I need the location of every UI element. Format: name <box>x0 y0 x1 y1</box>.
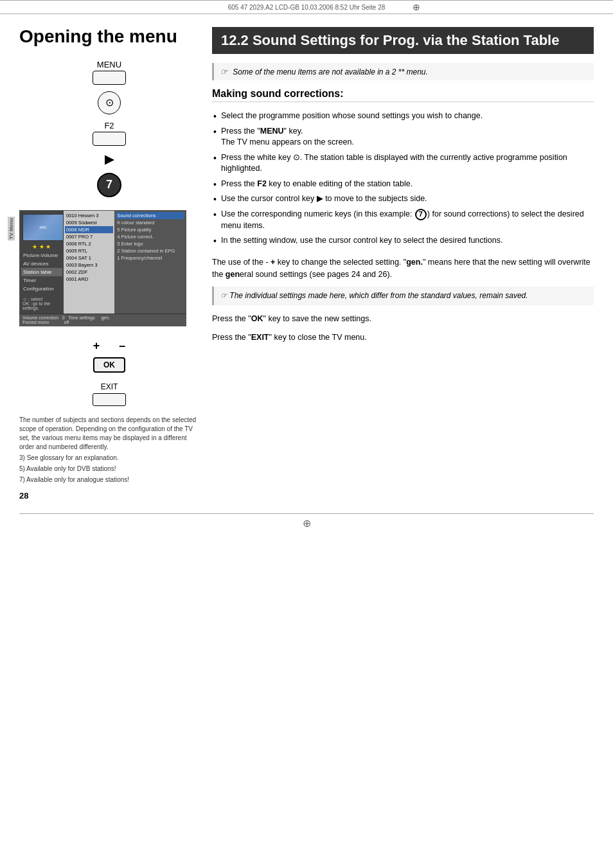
channel-0003[interactable]: 0003 Bayern 3 <box>65 261 113 269</box>
subject-sound[interactable]: Sound corrections <box>116 212 184 219</box>
cross-bottom: ⊕ <box>303 517 311 529</box>
bullet-1: Select the programme position whose soun… <box>212 109 594 124</box>
bullet-1-text: Select the programme position whose soun… <box>221 111 483 120</box>
channel-0002[interactable]: 0002 ZDF <box>65 269 113 276</box>
tv-thumbnail: IMG <box>22 214 64 241</box>
note-box-1: ☞ Some of the menu items are not availab… <box>212 63 594 80</box>
bullet-5-text: Use the cursor control key ▶ to move to … <box>221 194 427 203</box>
tv-menu-screenshot: IMG ★ ★ ★ Picture-Volume AV devices Stat… <box>19 210 186 326</box>
circle-7: 7 <box>415 209 427 220</box>
white-key-icon: ⊙ <box>105 96 114 109</box>
left-section-title: Opening the menu <box>19 27 199 47</box>
f2-button-wrap: F2 <box>93 121 126 146</box>
menu-label: MENU <box>93 60 126 69</box>
f2-label: F2 <box>104 121 114 130</box>
header-text: 605 47 2029.A2 LCD-GB 10.03.2006 8:52 Uh… <box>228 4 386 11</box>
f2-button[interactable] <box>93 132 126 146</box>
bottom-border: ⊕ <box>19 513 594 529</box>
footnote-5: 5) Available only for DVB stations! <box>19 465 199 474</box>
sidebar-stars: ★ ★ ★ <box>21 242 62 251</box>
channel-0009[interactable]: 0009 Südwest <box>65 219 113 226</box>
menu-button[interactable] <box>93 71 126 85</box>
bullet-4: Press the F2 key to enable editing of th… <box>212 177 594 192</box>
channel-0007[interactable]: 0007 PRO 7 <box>65 233 113 240</box>
bullet-list: Select the programme position whose soun… <box>212 109 594 249</box>
plus-minus-row: + – <box>93 339 126 353</box>
bullet-2: Press the "MENU" key.The TV menu appears… <box>212 124 594 150</box>
bullet-7-text: In the setting window, use the cursor co… <box>221 236 502 245</box>
sidebar-item-timer[interactable]: Timer <box>21 276 62 285</box>
note-icon-2: ☞ <box>220 291 227 300</box>
note-text-2: The individual settings made here, which… <box>229 291 528 300</box>
white-key-button[interactable]: ⊙ <box>98 91 121 114</box>
sidebar-item-av[interactable]: AV devices <box>21 260 62 268</box>
footnote-main: The number of subjects and sections depe… <box>19 416 199 452</box>
subsection-title: Making sound corrections: <box>212 88 594 102</box>
subject-colour[interactable]: 6 colour standard <box>116 219 184 226</box>
bullet-7: In the setting window, use the cursor co… <box>212 233 594 249</box>
paragraph-3: Press the "EXIT" key to close the TV men… <box>212 332 594 344</box>
channel-0006[interactable]: 0006 RTL 2 <box>65 240 113 247</box>
plus-label: + <box>93 339 100 353</box>
subject-picture-c[interactable]: 4 Picture correct. <box>116 233 184 240</box>
bullet-5: Use the cursor control key ▶ to move to … <box>212 191 594 207</box>
footnote-7: 7) Available only for analogue stations! <box>19 475 199 484</box>
menu-button-label: MENU <box>93 60 126 85</box>
sidebar-item-station[interactable]: Station table <box>21 268 62 276</box>
sidebar-footer: ☺ : selectOK : go to the settings. <box>21 296 62 312</box>
num7-label: 7 <box>106 178 112 191</box>
channel-0004[interactable]: 0004 SAT 1 <box>65 254 113 261</box>
minus-label: – <box>119 339 125 353</box>
bullet-4-text: Press the F2 key to enable editing of th… <box>221 179 413 188</box>
ok-label: OK <box>103 360 115 369</box>
exit-label: EXIT <box>101 382 118 391</box>
channel-0010[interactable]: 0010 Hessen 3 <box>65 212 113 219</box>
footnote-3: 3) See glossary for an explanation. <box>19 454 199 463</box>
subject-epg[interactable]: 2 Station contained in EPG <box>116 247 184 254</box>
page-container: 605 47 2029.A2 LCD-GB 10.03.2006 8:52 Uh… <box>0 0 613 868</box>
tv-menu-inner: IMG ★ ★ ★ Picture-Volume AV devices Stat… <box>20 211 186 314</box>
note-text-1: Some of the menu items are not available… <box>233 67 428 76</box>
bullet-3-text: Press the white key ⊙. The station table… <box>221 153 567 173</box>
arrow-right: ▶ <box>105 152 114 166</box>
section-title: 12.2 Sound Settings for Prog. via the St… <box>221 32 585 49</box>
num7-button[interactable]: 7 <box>97 173 121 197</box>
exit-area: EXIT <box>19 382 199 406</box>
sidebar-item-config[interactable]: Configuration <box>21 285 62 293</box>
tv-subjects-list: Sound corrections 6 colour standard 5 Pi… <box>114 211 186 314</box>
bullet-2-text: Press the "MENU" key.The TV menu appears… <box>221 127 354 147</box>
page-number: 28 <box>19 491 199 500</box>
section-header: 12.2 Sound Settings for Prog. via the St… <box>212 27 594 54</box>
bullet-6: Use the corresponding numeric keys (in t… <box>212 207 594 234</box>
exit-button[interactable] <box>93 393 126 406</box>
channel-0008[interactable]: 0008 MDR <box>65 226 113 233</box>
channel-0005[interactable]: 0005 RTL <box>65 247 113 254</box>
tv-menu-container: IMG ★ ★ ★ Picture-Volume AV devices Stat… <box>19 210 199 326</box>
sidebar-item-picture[interactable]: Picture-Volume <box>21 251 62 260</box>
left-footnote: The number of subjects and sections depe… <box>19 416 199 484</box>
ok-button[interactable]: OK <box>93 357 125 373</box>
subject-logo[interactable]: 3 Enter logo <box>116 240 184 247</box>
main-layout: Opening the menu MENU ⊙ F2 ▶ <box>0 21 613 500</box>
tv-menu-sidebar: IMG ★ ★ ★ Picture-Volume AV devices Stat… <box>20 211 64 314</box>
note-icon-1: ☞ <box>220 67 228 76</box>
cross-mark: ⊕ <box>413 2 420 12</box>
bullet-3: Press the white key ⊙. The station table… <box>212 150 594 177</box>
paragraph-2: Press the "OK" key to save the new setti… <box>212 313 594 325</box>
right-column: 12.2 Sound Settings for Prog. via the St… <box>212 21 594 500</box>
tv-menu-vertical-label: TV Menu <box>8 217 15 240</box>
button-diagram: MENU ⊙ F2 ▶ 7 <box>19 60 199 197</box>
bullet-6-text: Use the corresponding numeric keys (in t… <box>221 209 584 230</box>
note-box-2: ☞ The individual settings made here, whi… <box>212 287 594 305</box>
left-column: Opening the menu MENU ⊙ F2 ▶ <box>19 21 199 500</box>
tv-menu-bottom-bar: Volume correction 0 Tone settings gen. F… <box>20 314 186 326</box>
top-bar: 605 47 2029.A2 LCD-GB 10.03.2006 8:52 Uh… <box>0 0 613 14</box>
ok-area: + – OK <box>19 339 199 373</box>
subject-freq[interactable]: 1 Frequency/channel <box>116 254 184 261</box>
tv-channels-list: 0010 Hessen 3 0009 Südwest 0008 MDR 0007… <box>64 211 114 314</box>
subject-picture-q[interactable]: 5 Picture quality <box>116 226 184 233</box>
channel-0001[interactable]: 0001 ARD <box>65 276 113 283</box>
paragraph-1: The use of the - + key to change the sel… <box>212 256 594 281</box>
